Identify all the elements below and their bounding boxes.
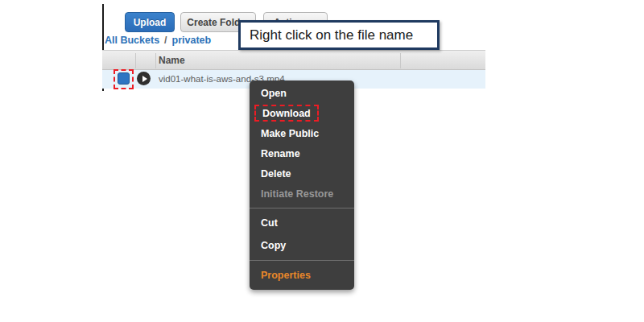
annotation-callout-text: Right click on the file name	[250, 27, 413, 43]
s3-console-screenshot: Upload Create Folder Actions ▾ All Bucke…	[0, 0, 644, 322]
menu-item-initiate-restore: Initiate Restore	[250, 184, 354, 204]
column-header-name[interactable]: Name	[159, 55, 185, 66]
menu-item-download[interactable]: Download	[250, 104, 354, 124]
menu-item-open[interactable]: Open	[250, 84, 354, 104]
upload-button[interactable]: Upload	[125, 12, 175, 32]
menu-item-copy[interactable]: Copy	[250, 234, 354, 257]
menu-item-delete[interactable]: Delete	[250, 164, 354, 184]
column-divider	[135, 53, 136, 68]
context-menu: Open Download Make Public Rename Delete …	[250, 80, 354, 290]
menu-item-download-label: Download	[262, 108, 311, 119]
annotation-callout: Right click on the file name	[238, 20, 440, 50]
menu-item-properties[interactable]: Properties	[250, 264, 354, 287]
menu-item-make-public[interactable]: Make Public	[250, 124, 354, 144]
menu-item-rename[interactable]: Rename	[250, 144, 354, 164]
breadcrumb-separator: /	[164, 35, 167, 46]
breadcrumb-bucket-link[interactable]: privateb	[172, 35, 212, 46]
menu-item-cut[interactable]: Cut	[250, 212, 354, 234]
column-divider	[155, 53, 156, 68]
column-divider	[400, 53, 401, 68]
checkbox-highlight-box	[114, 69, 134, 89]
play-video-icon[interactable]	[137, 72, 151, 85]
breadcrumb-all-buckets-link[interactable]: All Buckets	[105, 35, 159, 46]
table-header-row: Name	[102, 50, 485, 70]
menu-separator	[250, 208, 354, 208]
download-highlight-box: Download	[254, 105, 319, 122]
menu-separator	[250, 260, 354, 261]
breadcrumb: All Buckets / privateb	[105, 34, 211, 47]
